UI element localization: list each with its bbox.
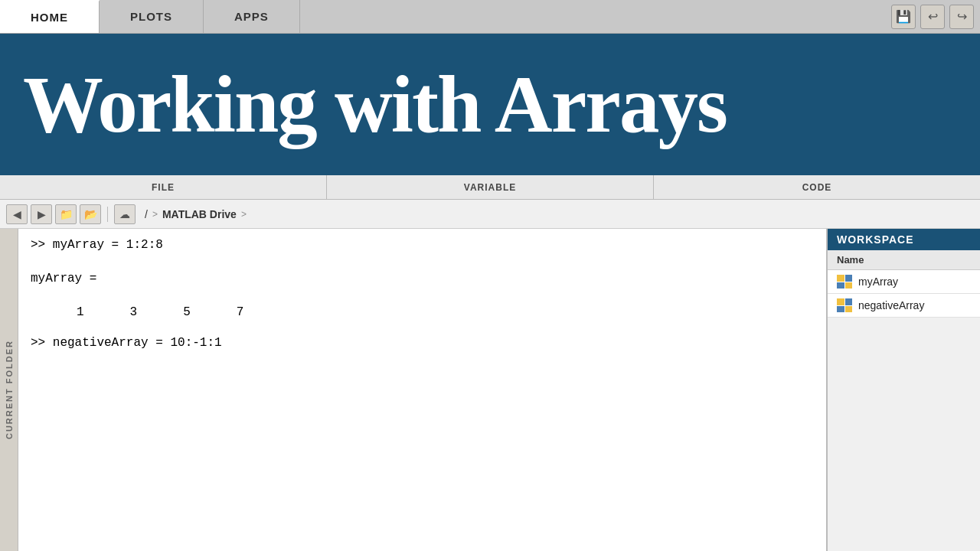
browse-icon: 📂 <box>84 208 97 220</box>
up-folder-icon: 📁 <box>60 208 73 220</box>
redo-button[interactable]: ↪ <box>949 5 974 29</box>
cloud-icon: ☁ <box>119 208 130 220</box>
hero-banner: Working with Arrays <box>0 34 980 175</box>
cmd-line-1: >> myArray = 1:2:8 <box>31 238 814 252</box>
hero-title: Working with Arrays <box>23 64 727 145</box>
breadcrumb-sep1: > <box>152 209 158 220</box>
toolbar-divider <box>107 207 108 222</box>
redo-icon: ↪ <box>957 9 967 24</box>
breadcrumb-root[interactable]: / <box>145 208 148 220</box>
save-button[interactable]: 💾 <box>891 5 916 29</box>
workspace-panel: WORKSPACE Name myArray negativeArray <box>827 229 980 551</box>
breadcrumb-sep2: > <box>241 209 247 220</box>
cmd-line-2: >> negativeArray = 10:-1:1 <box>31 336 814 350</box>
breadcrumb: / > MATLAB Drive > <box>145 208 247 220</box>
workspace-header: WORKSPACE <box>828 229 980 250</box>
toolbar-icons: 💾 ↩ ↪ <box>891 0 980 33</box>
breadcrumb-drive[interactable]: MATLAB Drive <box>162 208 237 220</box>
main-area: CURRENT FOLDER >> myArray = 1:2:8 myArra… <box>0 229 980 551</box>
back-button[interactable]: ◀ <box>6 204 28 224</box>
ribbon-variable[interactable]: VARIABLE <box>327 175 654 199</box>
forward-button[interactable]: ▶ <box>31 204 52 224</box>
cloud-button[interactable]: ☁ <box>114 204 136 224</box>
cmd-array-values: 1 3 5 7 <box>77 305 814 319</box>
cmd-section-1: >> myArray = 1:2:8 <box>31 238 814 252</box>
ribbon-file[interactable]: FILE <box>0 175 327 199</box>
workspace-col-name: Name <box>828 250 980 270</box>
forward-icon: ▶ <box>38 208 46 220</box>
tab-plots[interactable]: PLOTS <box>100 0 204 33</box>
ribbon-code[interactable]: CODE <box>654 175 980 199</box>
current-folder-label: CURRENT FOLDER <box>0 229 18 551</box>
toolbar: ◀ ▶ 📁 📂 ☁ / > MATLAB Drive > <box>0 200 980 229</box>
back-icon: ◀ <box>13 208 21 220</box>
tab-bar: HOME PLOTS APPS 💾 ↩ ↪ <box>0 0 980 34</box>
browse-button[interactable]: 📂 <box>80 204 101 224</box>
tab-home[interactable]: HOME <box>0 0 100 33</box>
matrix-icon-1 <box>837 275 852 289</box>
undo-icon: ↩ <box>928 9 938 24</box>
workspace-item-myarray[interactable]: myArray <box>828 270 980 294</box>
command-window[interactable]: >> myArray = 1:2:8 myArray = 1 3 5 7 >> … <box>18 229 827 551</box>
up-folder-button[interactable]: 📁 <box>55 204 77 224</box>
matrix-icon-2 <box>837 298 852 312</box>
workspace-item-negativearray[interactable]: negativeArray <box>828 294 980 318</box>
cmd-output-1: myArray = <box>31 272 814 285</box>
save-icon: 💾 <box>896 9 911 24</box>
undo-button[interactable]: ↩ <box>920 5 945 29</box>
tab-apps[interactable]: APPS <box>204 0 300 33</box>
ribbon: FILE VARIABLE CODE <box>0 175 980 200</box>
